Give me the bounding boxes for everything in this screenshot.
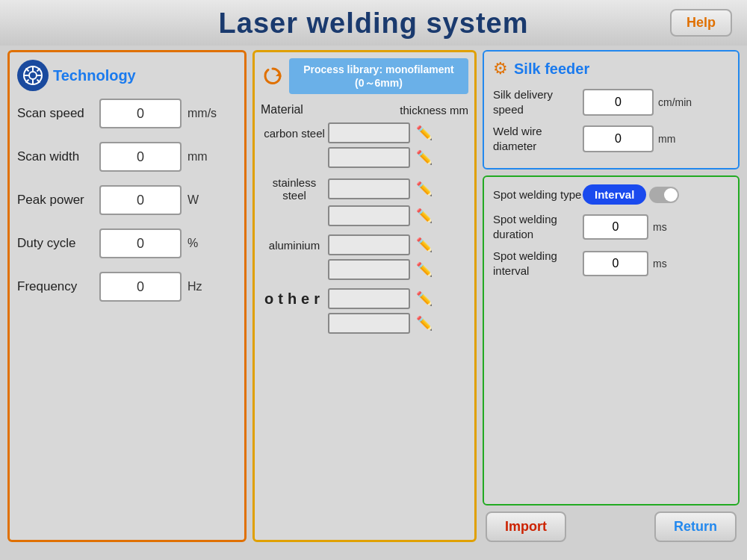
param-row-peak-power: Peak power W	[17, 185, 237, 215]
spot-rows: Spot welding duration ms Spot welding in…	[493, 212, 729, 278]
silk-header: ⚙ Silk feeder	[493, 59, 729, 78]
param-row-scan-speed: Scan speed mm/s	[17, 99, 237, 128]
right-panel: ⚙ Silk feeder Silk delivery speed cm/min…	[483, 50, 740, 542]
thickness-input-0-0[interactable]	[328, 122, 410, 143]
material-name-2: aluminium	[261, 239, 328, 252]
process-header: Process library: monofilament(0～6mm)	[261, 58, 468, 94]
gear-icon: ⚙	[493, 59, 508, 78]
material-section-2: aluminium✏️✏️	[261, 234, 468, 284]
edit-icon-3-1[interactable]: ✏️	[416, 315, 433, 332]
edit-icon-1-1[interactable]: ✏️	[416, 208, 433, 224]
mat-row-2-1: ✏️	[261, 259, 468, 280]
silk-input-1[interactable]	[583, 125, 654, 152]
left-panel-header: Technology	[17, 60, 237, 91]
mat-row-3-0: other✏️	[261, 288, 468, 309]
material-name-0: carbon steel	[261, 127, 328, 140]
thickness-input-3-0[interactable]	[328, 288, 410, 309]
peak-power-label: Peak power	[17, 193, 99, 208]
peak-power-unit: W	[187, 193, 199, 207]
frequency-input[interactable]	[99, 272, 182, 302]
svg-line-6	[26, 69, 29, 72]
duty-cycle-input[interactable]	[99, 228, 182, 258]
duty-cycle-unit: %	[187, 237, 198, 250]
app-title: Laser welding system	[0, 7, 747, 40]
spot-panel: Spot welding type Interval Spot welding …	[483, 175, 740, 505]
edit-icon-2-1[interactable]: ✏️	[416, 261, 433, 278]
spot-row-0: Spot welding duration ms	[493, 212, 729, 241]
duty-cycle-label: Duty cycle	[17, 236, 99, 251]
spot-input-1[interactable]	[583, 251, 648, 276]
thickness-input-1-0[interactable]	[328, 178, 410, 199]
scan-speed-unit: mm/s	[187, 107, 217, 120]
param-row-frequency: Frequency Hz	[17, 272, 237, 302]
import-button[interactable]: Import	[486, 511, 566, 542]
silk-label-1: Weld wire diameter	[493, 124, 583, 153]
interval-toggle-button[interactable]: Interval	[583, 184, 646, 205]
svg-line-8	[37, 69, 40, 72]
thickness-input-2-1[interactable]	[328, 259, 410, 280]
silk-row-0: Silk delivery speed cm/min	[493, 87, 729, 116]
silk-unit-0: cm/min	[658, 96, 692, 108]
silk-label-0: Silk delivery speed	[493, 87, 583, 116]
left-panel-title: Technology	[53, 67, 136, 84]
material-name-1: stainlesssteel	[261, 176, 328, 202]
silk-row-1: Weld wire diameter mm	[493, 124, 729, 153]
mat-row-1-1: ✏️	[261, 205, 468, 226]
thickness-col-label: thickness mm	[400, 104, 468, 116]
edit-icon-3-0[interactable]: ✏️	[416, 290, 433, 307]
svg-line-7	[37, 80, 40, 83]
title-bar: Laser welding system Help	[0, 0, 747, 46]
process-library-button[interactable]: Process library: monofilament(0～6mm)	[289, 58, 468, 94]
edit-icon-0-1[interactable]: ✏️	[416, 149, 433, 166]
mat-row-0-0: carbon steel✏️	[261, 122, 468, 143]
edit-icon-2-0[interactable]: ✏️	[416, 237, 433, 253]
edit-icon-1-0[interactable]: ✏️	[416, 181, 433, 197]
scan-speed-input[interactable]	[99, 99, 182, 128]
spot-input-0[interactable]	[583, 214, 648, 240]
middle-panel: Process library: monofilament(0～6mm) Mat…	[252, 50, 477, 542]
spot-type-row: Spot welding type Interval	[493, 184, 729, 205]
spot-unit-1: ms	[653, 258, 667, 270]
material-rows: carbon steel✏️✏️stainlesssteel✏️✏️alumin…	[261, 122, 468, 342]
spot-unit-0: ms	[653, 221, 667, 233]
left-panel: Technology Scan speed mm/s Scan width mm…	[7, 50, 247, 542]
param-rows: Scan speed mm/s Scan width mm Peak power…	[17, 99, 237, 302]
material-section-0: carbon steel✏️✏️	[261, 122, 468, 172]
param-row-duty-cycle: Duty cycle %	[17, 228, 237, 258]
help-button[interactable]: Help	[670, 9, 732, 37]
edit-icon-0-0[interactable]: ✏️	[416, 125, 433, 141]
spot-row-1: Spot welding interval ms	[493, 249, 729, 278]
silk-rows: Silk delivery speed cm/min Weld wire dia…	[493, 87, 729, 153]
peak-power-input[interactable]	[99, 185, 182, 215]
spot-label-1: Spot welding interval	[493, 249, 583, 278]
svg-line-9	[26, 80, 29, 83]
scan-speed-label: Scan speed	[17, 106, 99, 121]
spot-label-0: Spot welding duration	[493, 212, 583, 241]
frequency-unit: Hz	[187, 280, 202, 293]
spot-type-label: Spot welding type	[493, 187, 583, 202]
thickness-input-1-1[interactable]	[328, 205, 410, 226]
thickness-input-0-1[interactable]	[328, 147, 410, 168]
mat-row-3-1: ✏️	[261, 313, 468, 334]
scan-width-label: Scan width	[17, 149, 99, 164]
mat-row-1-0: stainlesssteel✏️	[261, 176, 468, 202]
material-col-label: Material	[261, 103, 303, 116]
material-header: Material thickness mm	[261, 100, 468, 122]
main-content: Technology Scan speed mm/s Scan width mm…	[0, 46, 747, 550]
frequency-label: Frequency	[17, 279, 99, 294]
scan-width-input[interactable]	[99, 142, 182, 172]
thickness-input-3-1[interactable]	[328, 313, 410, 334]
material-section-3: other✏️✏️	[261, 288, 468, 337]
svg-point-1	[29, 72, 37, 79]
mat-row-0-1: ✏️	[261, 147, 468, 168]
silk-panel: ⚙ Silk feeder Silk delivery speed cm/min…	[483, 50, 740, 169]
return-button[interactable]: Return	[654, 511, 737, 542]
thickness-input-2-0[interactable]	[328, 234, 410, 255]
silk-title: Silk feeder	[514, 60, 589, 78]
scan-width-unit: mm	[187, 150, 208, 164]
silk-unit-1: mm	[658, 133, 675, 145]
toggle-switch[interactable]	[649, 187, 679, 203]
refresh-icon[interactable]	[261, 64, 285, 88]
mat-row-2-0: aluminium✏️	[261, 234, 468, 255]
silk-input-0[interactable]	[583, 89, 654, 116]
